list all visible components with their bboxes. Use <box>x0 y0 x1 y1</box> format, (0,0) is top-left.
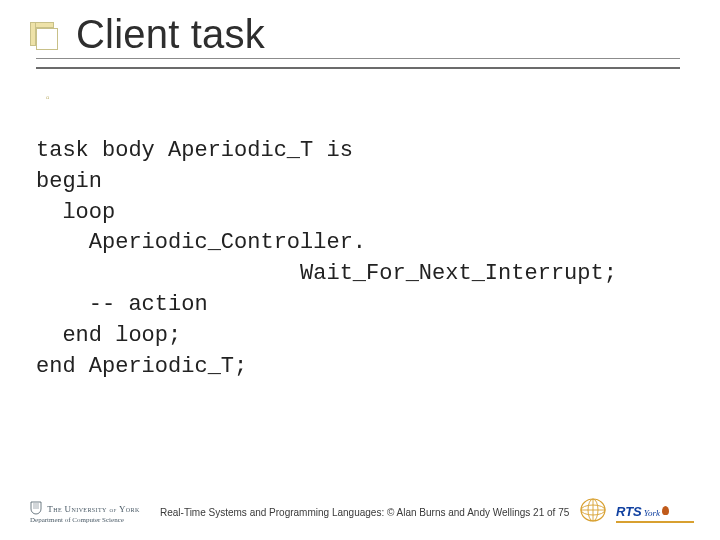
rts-label: RTSYork <box>616 502 694 523</box>
footer-credit: Real-Time Systems and Programming Langua… <box>160 507 569 518</box>
rts-text: RTS <box>616 504 642 519</box>
title-bullet-icon <box>36 28 58 50</box>
code-line: end Aperiodic_T; <box>36 354 247 379</box>
code-line: Aperiodic_Controller. <box>36 230 366 255</box>
code-line: loop <box>36 200 115 225</box>
university-crest-icon <box>30 501 42 515</box>
code-line: task body Aperiodic_T is <box>36 138 353 163</box>
code-line: begin <box>36 169 102 194</box>
rts-sub: York <box>644 508 660 518</box>
uoy-department: Department of Computer Science <box>30 516 140 524</box>
code-line: Wait_For_Next_Interrupt; <box>36 261 617 286</box>
university-logo: The University of York Department of Com… <box>30 501 140 524</box>
code-block: task body Aperiodic_T is begin loop Aper… <box>36 136 690 382</box>
slide-title: Client task <box>76 12 680 56</box>
uoy-line1-post: York <box>117 504 140 514</box>
globe-icon <box>580 498 606 526</box>
title-rule-thick <box>36 67 680 69</box>
code-line: end loop; <box>36 323 181 348</box>
slide: Client task ▫ task body Aperiodic_T is b… <box>0 0 720 540</box>
footer: The University of York Department of Com… <box>0 490 720 530</box>
code-line: -- action <box>36 292 208 317</box>
rts-logo: RTSYork <box>580 498 694 522</box>
title-block: Client task <box>36 12 680 69</box>
uoy-line1-pre: The University <box>47 504 109 514</box>
decorative-square-icon: ▫ <box>46 92 50 103</box>
pin-icon <box>662 506 669 515</box>
title-rule-thin <box>36 58 680 59</box>
rts-underline <box>616 521 694 523</box>
uoy-line1-of: of <box>109 506 116 514</box>
